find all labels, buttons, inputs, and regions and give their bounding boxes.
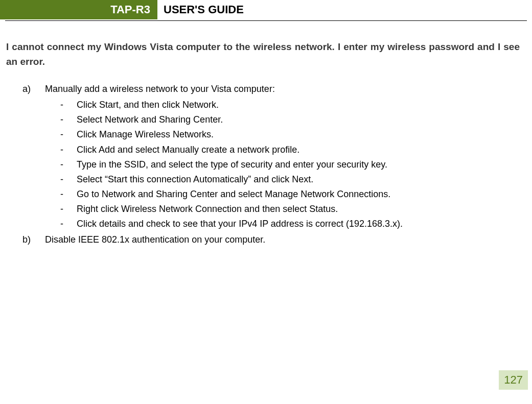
answer-list: a) Manually add a wireless network to yo…: [6, 82, 520, 248]
doc-title: USER'S GUIDE: [157, 0, 532, 19]
sublist-item: Click Add and select Manually create a n…: [60, 142, 520, 157]
page-header: TAP-R3 USER'S GUIDE: [0, 0, 532, 19]
list-item: a) Manually add a wireless network to yo…: [22, 82, 520, 232]
page-number-value: 127: [504, 373, 523, 386]
sublist: Click Start, and then click Network. Sel…: [45, 98, 520, 231]
list-marker: b): [22, 232, 31, 247]
faq-question: I cannot connect my Windows Vista comput…: [6, 39, 520, 69]
sublist-item: Right click Wireless Network Connection …: [60, 202, 520, 217]
list-item: b) Disable IEEE 802.1x authentication on…: [22, 232, 520, 247]
sublist-item: Click Start, and then click Network.: [60, 98, 520, 112]
sublist-item: Click details and check to see that your…: [60, 217, 520, 231]
doc-title-text: USER'S GUIDE: [164, 3, 244, 16]
list-item-text: Disable IEEE 802.1x authentication on yo…: [45, 234, 265, 245]
sublist-item: Type in the SSID, and select the type of…: [60, 157, 520, 172]
page-content: I cannot connect my Windows Vista comput…: [0, 21, 532, 248]
sublist-item: Select Network and Sharing Center.: [60, 112, 520, 127]
sublist-item: Go to Network and Sharing Center and sel…: [60, 187, 520, 202]
sublist-item: Click Manage Wireless Networks.: [60, 127, 520, 142]
list-marker: a): [22, 82, 31, 97]
list-item-text: Manually add a wireless network to your …: [45, 84, 275, 94]
product-badge: TAP-R3: [0, 0, 157, 19]
product-name: TAP-R3: [110, 3, 150, 16]
page-number: 127: [499, 370, 528, 390]
sublist-item: Select “Start this connection Automatica…: [60, 172, 520, 187]
